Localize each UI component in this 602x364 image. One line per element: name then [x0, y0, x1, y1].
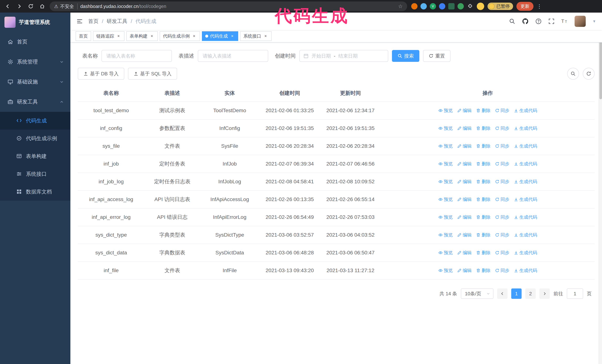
preview-link[interactable]: 预览	[438, 125, 453, 131]
edit-link[interactable]: 编辑	[457, 161, 472, 167]
tab-form-builder[interactable]: 表单构建 ×	[126, 31, 158, 41]
avatar-caret-icon[interactable]: ▼	[592, 19, 596, 23]
edit-link[interactable]: 编辑	[457, 250, 472, 256]
search-icon[interactable]	[509, 18, 515, 24]
sync-link[interactable]: 同步	[495, 125, 509, 131]
preview-link[interactable]: 预览	[438, 143, 453, 149]
preview-link[interactable]: 预览	[438, 161, 453, 167]
sync-link[interactable]: 同步	[495, 143, 509, 149]
preview-link[interactable]: 预览	[438, 232, 453, 238]
generate-code-link[interactable]: 生成代码	[514, 197, 537, 202]
edit-link[interactable]: 编辑	[457, 143, 472, 149]
page-button-1[interactable]: 1	[511, 289, 522, 299]
page-button-2[interactable]: 2	[525, 289, 536, 299]
preview-link[interactable]: 预览	[438, 214, 453, 220]
forward-icon[interactable]	[15, 2, 23, 10]
edit-link[interactable]: 编辑	[457, 179, 472, 185]
bookmark-star-icon[interactable]: ☆	[398, 3, 403, 10]
import-db-button[interactable]: 基于 DB 导入	[78, 68, 124, 80]
sidebar-item-db-doc[interactable]: 数据库文档	[0, 183, 70, 201]
preview-link[interactable]: 预览	[438, 197, 453, 202]
close-icon[interactable]: ×	[230, 33, 235, 39]
goto-page-input[interactable]	[567, 289, 583, 299]
help-icon[interactable]	[535, 18, 542, 24]
edit-link[interactable]: 编辑	[457, 214, 472, 220]
next-page-button[interactable]	[539, 289, 550, 299]
sync-link[interactable]: 同步	[495, 250, 509, 256]
user-avatar[interactable]	[575, 16, 586, 27]
sync-link[interactable]: 同步	[495, 197, 509, 202]
delete-link[interactable]: 删除	[476, 250, 491, 256]
close-icon[interactable]: ×	[192, 33, 197, 39]
generate-code-link[interactable]: 生成代码	[514, 143, 537, 149]
import-sql-button[interactable]: 基于 SQL 导入	[128, 68, 177, 80]
close-icon[interactable]: ×	[149, 33, 154, 39]
edit-link[interactable]: 编辑	[457, 125, 472, 131]
sidebar-item-form-builder[interactable]: 表单构建	[0, 147, 70, 165]
generate-code-link[interactable]: 生成代码	[514, 232, 537, 238]
hamburger-icon[interactable]	[76, 18, 83, 25]
fullscreen-icon[interactable]	[548, 18, 555, 24]
extension-icon-6[interactable]	[458, 3, 464, 10]
refresh-table-button[interactable]	[583, 68, 595, 80]
back-icon[interactable]	[4, 2, 12, 10]
close-icon[interactable]: ×	[263, 33, 268, 39]
browser-avatar[interactable]	[477, 3, 484, 10]
update-button[interactable]: 更新	[516, 2, 533, 11]
edit-link[interactable]: 编辑	[457, 232, 472, 238]
delete-link[interactable]: 删除	[476, 232, 491, 238]
preview-link[interactable]: 预览	[438, 250, 453, 256]
generate-code-link[interactable]: 生成代码	[514, 179, 537, 185]
edit-link[interactable]: 编辑	[457, 197, 472, 202]
extension-icon-1[interactable]	[411, 3, 418, 10]
preview-link[interactable]: 预览	[438, 268, 453, 273]
edit-link[interactable]: 编辑	[457, 108, 472, 114]
toggle-search-button[interactable]	[567, 68, 579, 80]
preview-link[interactable]: 预览	[438, 108, 453, 114]
sync-paused-chip[interactable]: 已暂停	[487, 3, 513, 10]
tab-trace[interactable]: 链路追踪 ×	[93, 31, 124, 41]
search-button[interactable]: 搜索	[392, 50, 419, 62]
puzzle-extensions-icon[interactable]	[467, 3, 473, 10]
delete-link[interactable]: 删除	[476, 108, 491, 114]
delete-link[interactable]: 删除	[476, 214, 491, 220]
delete-link[interactable]: 删除	[476, 125, 491, 131]
delete-link[interactable]: 删除	[476, 143, 491, 149]
tab-home[interactable]: 首页	[75, 31, 91, 41]
extension-icon-2[interactable]	[420, 3, 427, 10]
generate-code-link[interactable]: 生成代码	[514, 125, 537, 131]
sidebar-item-devtools[interactable]: 研发工具	[0, 92, 70, 112]
tab-system-api[interactable]: 系统接口 ×	[240, 31, 271, 41]
generate-code-link[interactable]: 生成代码	[514, 250, 537, 256]
sync-link[interactable]: 同步	[495, 108, 509, 114]
breadcrumb-home[interactable]: 首页	[88, 18, 98, 25]
table-desc-input[interactable]	[198, 50, 268, 62]
delete-link[interactable]: 删除	[476, 161, 491, 167]
address-bar[interactable]: ⚠ 不安全 dashboard.yudao.iocoder.cn/tool/co…	[50, 1, 407, 11]
extension-icon-4[interactable]	[439, 3, 445, 10]
font-size-icon[interactable]: TT	[561, 18, 568, 24]
sync-link[interactable]: 同步	[495, 214, 509, 220]
sync-link[interactable]: 同步	[495, 268, 509, 273]
page-size-select[interactable]: 10条/页	[461, 289, 494, 299]
generate-code-link[interactable]: 生成代码	[514, 108, 537, 114]
sync-link[interactable]: 同步	[495, 232, 509, 238]
reset-button[interactable]: 重置	[423, 50, 451, 62]
extension-icon-5[interactable]	[448, 3, 455, 10]
sidebar-item-codegen[interactable]: 代码生成	[0, 112, 70, 130]
prev-page-button[interactable]	[497, 289, 507, 299]
scrollbar[interactable]	[599, 13, 602, 364]
chrome-menu-icon[interactable]: ⋮	[537, 3, 542, 10]
delete-link[interactable]: 删除	[476, 197, 491, 202]
sync-link[interactable]: 同步	[495, 179, 509, 185]
table-name-input[interactable]	[101, 50, 172, 62]
reload-icon[interactable]	[27, 2, 35, 10]
delete-link[interactable]: 删除	[476, 179, 491, 185]
app-logo[interactable]: 芋道管理系统	[0, 13, 70, 32]
generate-code-link[interactable]: 生成代码	[514, 214, 537, 220]
sidebar-item-home[interactable]: 首页	[0, 32, 70, 52]
breadcrumb-devtools[interactable]: 研发工具	[107, 18, 128, 25]
date-range-picker[interactable]: 开始日期 - 结束日期	[299, 50, 388, 62]
close-icon[interactable]: ×	[116, 33, 121, 39]
delete-link[interactable]: 删除	[476, 268, 491, 273]
